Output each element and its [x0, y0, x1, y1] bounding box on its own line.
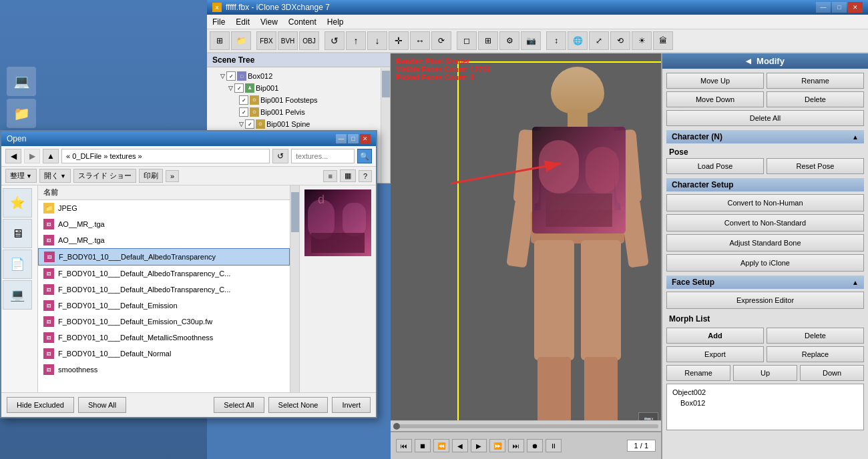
search-icon-btn[interactable]: 🔍	[357, 149, 372, 163]
step-back-btn[interactable]: ◀	[452, 439, 468, 452]
tb-grid-btn[interactable]: ⊞	[210, 31, 230, 50]
file-item-fbody-c1[interactable]: 🖼 F_BODY01_10___Default_AlbedoTransparen…	[38, 266, 290, 282]
dialog-close-btn[interactable]: ✕	[360, 134, 371, 143]
tb-btn10[interactable]: ↔	[410, 31, 430, 50]
adjust-bone-btn[interactable]: Adjust Standard Bone	[666, 234, 864, 252]
morph-export-btn[interactable]: Export	[666, 346, 764, 362]
tree-scrollbar[interactable]	[381, 68, 390, 183]
morph-item-1[interactable]: Box012	[670, 398, 861, 408]
convert-non-standard-btn[interactable]: Convert to Non-Standard	[666, 214, 864, 232]
tb-expand[interactable]: ⤢	[589, 31, 609, 50]
invert-btn[interactable]: Invert	[332, 397, 371, 413]
expression-editor-btn[interactable]: Expression Editor	[666, 292, 864, 309]
sidebar-computer-btn[interactable]: 💻	[3, 280, 32, 310]
desktop-icon2[interactable]: 📁	[7, 99, 36, 128]
tb-btn5[interactable]: OBJ	[299, 31, 319, 50]
tree-checkbox5[interactable]: ✓	[245, 119, 254, 129]
tree-item-pelvis[interactable]: ✓ ⊙ Bip001 Pelvis	[210, 106, 387, 118]
tb-anim[interactable]: ⟲	[610, 31, 630, 50]
tree-item-box012[interactable]: ▽ ✓ □ Box012	[210, 70, 387, 82]
apply-iclone-btn[interactable]: Apply to iClone	[666, 254, 864, 272]
tb-person[interactable]: ↕	[546, 31, 566, 50]
tb-btn6[interactable]: ↺	[324, 31, 345, 50]
tree-item-spine[interactable]: ▽ ✓ ⊙ Bip001 Spine	[210, 118, 387, 130]
maximize-btn[interactable]: □	[832, 2, 847, 13]
rename-btn[interactable]: Rename	[767, 73, 864, 89]
menu-help[interactable]: Help	[322, 16, 349, 28]
timeline-track[interactable]	[393, 424, 658, 428]
move-down-btn[interactable]: Move Down	[666, 91, 764, 107]
tb-btn8[interactable]: ↓	[367, 31, 387, 50]
view-icon-btn[interactable]: ▦	[340, 169, 356, 182]
record-btn[interactable]: ⏺	[527, 439, 543, 452]
tb-btn9[interactable]: ✛	[389, 31, 409, 50]
view-options-btn[interactable]: ≡	[323, 170, 337, 182]
tree-checkbox3[interactable]: ✓	[239, 95, 248, 105]
tb-btn3[interactable]: FBX	[256, 31, 276, 50]
tb-btn12[interactable]: ◻	[457, 31, 477, 50]
file-item-ao2[interactable]: 🖼 AO__MR_.tga	[38, 232, 290, 248]
file-item-jpeg[interactable]: 📁 JPEG	[38, 200, 290, 216]
play-btn[interactable]: ▶	[471, 439, 487, 452]
help-btn[interactable]: ?	[359, 170, 372, 182]
close-btn[interactable]: ✕	[848, 2, 863, 13]
collapse-icon[interactable]: ◀	[746, 57, 751, 65]
file-item-emission[interactable]: 🖼 F_BODY01_10___Default_Emission	[38, 298, 290, 314]
pause-btn[interactable]: ⏸	[546, 439, 562, 452]
timeline-handle[interactable]	[393, 423, 400, 430]
tree-item-bip001[interactable]: ▽ ✓ ♟ Bip001	[210, 82, 387, 94]
morph-up-btn[interactable]: Up	[733, 365, 797, 381]
organize-btn[interactable]: 整理▼	[5, 169, 37, 183]
morph-down-btn[interactable]: Down	[800, 365, 864, 381]
tb-btn4[interactable]: BVH	[278, 31, 298, 50]
morph-rename-btn[interactable]: Rename	[666, 365, 730, 381]
nav-refresh-btn[interactable]: ↺	[272, 149, 288, 163]
tb-btn13[interactable]: ⊞	[478, 31, 498, 50]
show-all-btn[interactable]: Show All	[78, 397, 126, 413]
step-fwd-btn[interactable]: ⏩	[489, 439, 505, 452]
nav-forward-btn[interactable]: ▶	[24, 149, 40, 163]
file-item-ao1[interactable]: 🖼 AO__MR_.tga	[38, 216, 290, 232]
file-item-smoothness[interactable]: 🖼 smoothness	[38, 362, 290, 378]
menu-edit[interactable]: Edit	[230, 16, 255, 28]
file-item-normal[interactable]: 🖼 F_BODY01_10___Default_Normal	[38, 346, 290, 362]
morph-item-0[interactable]: Object002	[670, 387, 861, 398]
select-all-btn[interactable]: Select All	[214, 397, 264, 413]
load-pose-btn[interactable]: Load Pose	[666, 158, 764, 174]
menu-file[interactable]: File	[207, 16, 230, 28]
delete-all-btn[interactable]: Delete All	[666, 110, 864, 126]
file-item-metallic[interactable]: 🖼 F_BODY01_10___Default_MetallicSmoothne…	[38, 330, 290, 346]
reset-pose-btn[interactable]: Reset Pose	[767, 158, 864, 174]
search-input[interactable]	[291, 149, 355, 163]
tb-btn14[interactable]: ⚙	[499, 31, 519, 50]
print-btn[interactable]: 印刷	[139, 169, 163, 183]
hide-excluded-btn[interactable]: Hide Excluded	[7, 397, 74, 413]
delete-btn[interactable]: Delete	[767, 91, 864, 107]
nav-up-btn[interactable]: ▲	[43, 149, 59, 163]
tree-item-footsteps[interactable]: ✓ ⊙ Bip001 Footsteps	[210, 94, 387, 106]
file-scrollbar[interactable]	[290, 185, 299, 392]
tree-checkbox4[interactable]: ✓	[239, 107, 248, 117]
prev-frame-btn[interactable]: ⏪	[433, 439, 449, 452]
file-item-emission2[interactable]: 🖼 F_BODY01_10___Default_Emission_C30up.f…	[38, 314, 290, 330]
minimize-btn[interactable]: —	[816, 2, 831, 13]
play-to-start-btn[interactable]: ⏮	[396, 439, 412, 452]
open-btn[interactable]: 開く▼	[39, 169, 71, 183]
tb-btn7[interactable]: ↑	[346, 31, 366, 50]
menu-content[interactable]: Content	[283, 16, 322, 28]
dialog-minimize-btn[interactable]: —	[336, 134, 347, 143]
more-btn[interactable]: »	[166, 170, 179, 182]
tree-checkbox[interactable]: ✓	[226, 71, 236, 81]
tree-checkbox2[interactable]: ✓	[234, 83, 244, 93]
menu-view[interactable]: View	[255, 16, 283, 28]
sidebar-docs-btn[interactable]: 📄	[3, 250, 32, 279]
dialog-maximize-btn[interactable]: □	[348, 134, 359, 143]
morph-delete-btn[interactable]: Delete	[767, 328, 864, 344]
file-item-fbody-c2[interactable]: 🖼 F_BODY01_10___Default_AlbedoTransparen…	[38, 282, 290, 298]
tb-btn11[interactable]: ⟳	[431, 31, 451, 50]
stop-btn[interactable]: ⏹	[415, 439, 431, 452]
tb-sun[interactable]: ☀	[632, 31, 652, 50]
morph-add-btn[interactable]: Add	[666, 328, 764, 344]
tb-building[interactable]: 🏛	[653, 31, 673, 50]
next-frame-btn[interactable]: ⏭	[508, 439, 524, 452]
